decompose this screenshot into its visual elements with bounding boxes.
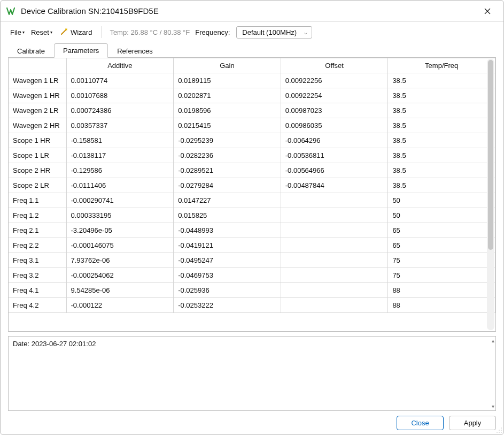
row-name-cell[interactable]: Freq 4.1 [9,283,66,298]
data-cell[interactable]: -3.20496e-05 [66,223,174,238]
table-row[interactable]: Wavegen 2 HR0.003573370.02154150.0098603… [9,118,495,133]
table-row[interactable]: Freq 3.2-0.000254062-0.046975375 [9,268,495,283]
data-cell[interactable]: 0.0202871 [174,88,281,103]
data-cell[interactable] [281,238,388,253]
frequency-select[interactable]: Default (100MHz) ⌵ [236,26,312,39]
table-row[interactable]: Freq 4.19.54285e-06-0.02593688 [9,283,495,298]
table-row[interactable]: Freq 1.1-0.0002907410.014722750 [9,193,495,208]
wizard-button[interactable]: Wizard [58,26,94,39]
data-cell[interactable]: 65 [388,238,495,253]
table-row[interactable]: Scope 2 HR-0.129586-0.0289521-0.00564966… [9,163,495,178]
data-cell[interactable]: 0.00987023 [281,103,388,118]
data-cell[interactable]: -0.000290741 [66,193,174,208]
data-cell[interactable]: -0.0448993 [174,223,281,238]
data-cell[interactable]: 0.00986035 [281,118,388,133]
apply-button[interactable]: Apply [449,416,496,430]
table-row[interactable]: Wavegen 1 HR0.001076880.02028710.0092225… [9,88,495,103]
vertical-scrollbar[interactable] [487,59,494,330]
row-name-cell[interactable]: Scope 1 LR [9,148,66,163]
table-row[interactable]: Scope 2 LR-0.0111406-0.0279284-0.0048784… [9,178,495,193]
data-cell[interactable]: 38.5 [388,73,495,88]
data-cell[interactable]: -0.0279284 [174,178,281,193]
data-cell[interactable]: 88 [388,283,495,298]
scroll-down-icon[interactable]: ▾ [492,403,494,409]
data-cell[interactable]: -0.0419121 [174,238,281,253]
data-cell[interactable] [281,208,388,223]
data-cell[interactable]: 38.5 [388,103,495,118]
data-cell[interactable]: -0.0469753 [174,268,281,283]
data-cell[interactable]: 7.93762e-06 [66,253,174,268]
data-cell[interactable]: 75 [388,268,495,283]
data-cell[interactable]: -0.0064296 [281,133,388,148]
row-name-cell[interactable]: Scope 2 LR [9,178,66,193]
data-cell[interactable]: 38.5 [388,88,495,103]
data-cell[interactable]: 0.00110774 [66,73,174,88]
data-cell[interactable]: 50 [388,193,495,208]
row-name-cell[interactable]: Freq 3.2 [9,268,66,283]
data-cell[interactable]: -0.0282236 [174,148,281,163]
row-name-cell[interactable]: Wavegen 1 LR [9,73,66,88]
col-header-tempfreq[interactable]: Temp/Freq [388,58,495,73]
data-cell[interactable] [281,298,388,313]
table-row[interactable]: Freq 2.2-0.000146075-0.041912165 [9,238,495,253]
row-name-cell[interactable]: Wavegen 2 LR [9,103,66,118]
data-cell[interactable]: -0.00564966 [281,163,388,178]
data-cell[interactable]: -0.00536811 [281,148,388,163]
data-cell[interactable]: 0.00357337 [66,118,174,133]
data-cell[interactable]: 50 [388,208,495,223]
data-cell[interactable]: 0.0147227 [174,193,281,208]
table-row[interactable]: Freq 1.20.0003331950.01582550 [9,208,495,223]
reset-menu[interactable]: Reset▾ [29,27,55,38]
data-cell[interactable]: 0.000724386 [66,103,174,118]
col-header-offset[interactable]: Offset [281,58,388,73]
data-cell[interactable]: -0.129586 [66,163,174,178]
data-cell[interactable]: -0.0495247 [174,253,281,268]
row-name-cell[interactable]: Freq 4.2 [9,298,66,313]
data-cell[interactable]: -0.0295239 [174,133,281,148]
data-cell[interactable]: 0.000333195 [66,208,174,223]
row-name-cell[interactable]: Wavegen 1 HR [9,88,66,103]
tab-calibrate[interactable]: Calibrate [8,44,54,58]
data-cell[interactable]: 38.5 [388,133,495,148]
data-cell[interactable]: -0.0289521 [174,163,281,178]
row-name-cell[interactable]: Freq 1.2 [9,208,66,223]
table-row[interactable]: Wavegen 1 LR0.001107740.01891150.0092225… [9,73,495,88]
data-cell[interactable]: 0.0215415 [174,118,281,133]
data-cell[interactable]: 9.54285e-06 [66,283,174,298]
tab-parameters[interactable]: Parameters [54,43,108,58]
data-cell[interactable]: 38.5 [388,118,495,133]
row-name-cell[interactable]: Scope 1 HR [9,133,66,148]
scroll-up-icon[interactable]: ▴ [492,338,494,344]
resize-grip-icon[interactable] [495,426,503,434]
file-menu[interactable]: File▾ [8,27,27,38]
table-row[interactable]: Scope 1 HR-0.158581-0.0295239-0.00642963… [9,133,495,148]
table-row[interactable]: Freq 2.1-3.20496e-05-0.044899365 [9,223,495,238]
data-cell[interactable]: 0.015825 [174,208,281,223]
data-cell[interactable] [281,283,388,298]
close-button[interactable]: Close [397,416,444,430]
data-cell[interactable]: -0.025936 [174,283,281,298]
data-cell[interactable]: -0.00487844 [281,178,388,193]
data-cell[interactable]: 88 [388,298,495,313]
table-row[interactable]: Freq 4.2-0.000122-0.025322288 [9,298,495,313]
col-header-additive[interactable]: Additive [66,58,174,73]
data-cell[interactable]: -0.0111406 [66,178,174,193]
col-header-name[interactable] [9,58,66,73]
tab-references[interactable]: References [108,44,161,58]
table-row[interactable]: Freq 3.17.93762e-06-0.049524775 [9,253,495,268]
data-cell[interactable]: 0.00922256 [281,73,388,88]
close-icon[interactable] [477,1,498,22]
data-cell[interactable]: 38.5 [388,178,495,193]
col-header-gain[interactable]: Gain [174,58,281,73]
data-cell[interactable]: 0.00107688 [66,88,174,103]
data-cell[interactable]: 0.0198596 [174,103,281,118]
data-cell[interactable]: 65 [388,223,495,238]
row-name-cell[interactable]: Wavegen 2 HR [9,118,66,133]
table-row[interactable]: Wavegen 2 LR0.0007243860.01985960.009870… [9,103,495,118]
data-cell[interactable]: 38.5 [388,148,495,163]
data-cell[interactable]: -0.000146075 [66,238,174,253]
data-cell[interactable] [281,268,388,283]
data-cell[interactable] [281,193,388,208]
data-cell[interactable]: -0.000254062 [66,268,174,283]
table-row[interactable]: Scope 1 LR-0.0138117-0.0282236-0.0053681… [9,148,495,163]
